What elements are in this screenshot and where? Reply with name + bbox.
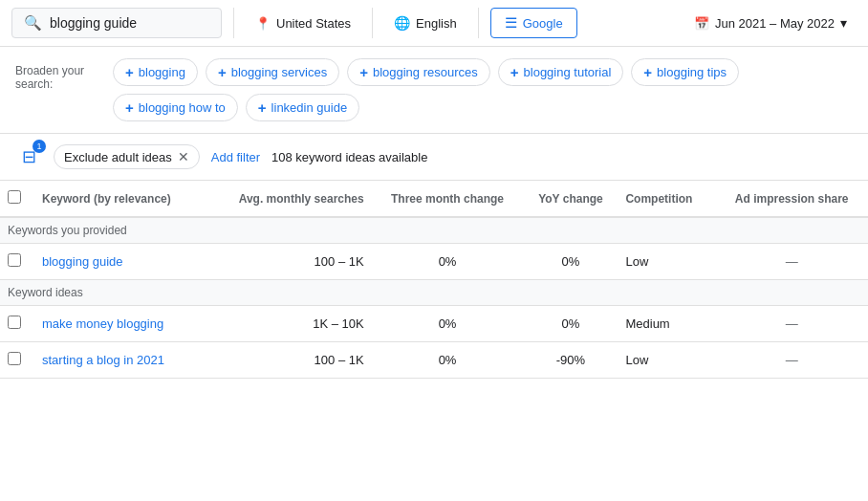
table-row: blogging guide 100 – 1K 0% 0% Low — bbox=[0, 244, 868, 280]
table-row: make money blogging 1K – 10K 0% 0% Mediu… bbox=[0, 306, 868, 342]
yoy-cell: -90% bbox=[523, 342, 618, 379]
add-filter-button[interactable]: Add filter bbox=[211, 150, 260, 164]
keyword-table: Keyword (by relevance) Avg. monthly sear… bbox=[0, 181, 868, 379]
select-all-header[interactable] bbox=[0, 181, 34, 217]
chip-blogging-how-to[interactable]: + blogging how to bbox=[113, 94, 238, 121]
calendar-icon: 📅 bbox=[694, 16, 709, 31]
location-button[interactable]: 📍 United States bbox=[246, 11, 360, 36]
competition-cell: Low bbox=[618, 244, 715, 280]
plus-icon: + bbox=[359, 64, 368, 80]
col-three-month[interactable]: Three month change bbox=[372, 181, 524, 217]
google-icon: ☰ bbox=[505, 14, 517, 32]
ad-impression-cell: — bbox=[715, 244, 868, 280]
monthly-cell: 1K – 10K bbox=[206, 306, 372, 342]
filter-icon-wrap: ⊟ 1 bbox=[15, 143, 42, 170]
chip-label: blogging tips bbox=[657, 65, 727, 79]
chip-blogging-services[interactable]: + blogging services bbox=[206, 58, 339, 86]
col-yoy[interactable]: YoY change bbox=[523, 181, 618, 217]
row-checkbox-cell[interactable] bbox=[0, 244, 34, 280]
divider2 bbox=[372, 8, 373, 38]
chevron-down-icon: ▾ bbox=[840, 15, 847, 31]
ad-impression-cell: — bbox=[715, 342, 868, 379]
chip-blogging-tips[interactable]: + blogging tips bbox=[631, 58, 739, 86]
keyword-name[interactable]: starting a blog in 2021 bbox=[42, 353, 164, 367]
section-provided-label: Keywords you provided bbox=[0, 217, 868, 244]
language-icon: 🌐 bbox=[394, 15, 410, 31]
google-button[interactable]: ☰ Google bbox=[490, 8, 577, 38]
keyword-cell: make money blogging bbox=[34, 306, 206, 342]
pin-icon: 📍 bbox=[255, 16, 271, 31]
filter-tag-label: Exclude adult ideas bbox=[64, 150, 172, 164]
keyword-cell: starting a blog in 2021 bbox=[34, 342, 206, 379]
chip-label: blogging bbox=[139, 65, 185, 79]
col-keyword[interactable]: Keyword (by relevance) bbox=[34, 181, 206, 217]
select-all-checkbox[interactable] bbox=[8, 190, 21, 204]
three-month-cell: 0% bbox=[372, 342, 524, 379]
keyword-name[interactable]: blogging guide bbox=[42, 254, 123, 269]
row-checkbox-cell[interactable] bbox=[0, 306, 34, 342]
competition-cell: Low bbox=[618, 342, 715, 379]
chip-blogging-resources[interactable]: + blogging resources bbox=[347, 58, 490, 86]
table-header-row: Keyword (by relevance) Avg. monthly sear… bbox=[0, 181, 868, 217]
broaden-row: Broaden your search: + blogging + bloggi… bbox=[0, 47, 868, 134]
google-label: Google bbox=[523, 16, 563, 31]
language-button[interactable]: 🌐 English bbox=[384, 10, 467, 36]
chip-label: blogging how to bbox=[139, 100, 226, 115]
monthly-cell: 100 – 1K bbox=[206, 244, 372, 280]
row-checkbox[interactable] bbox=[8, 352, 21, 365]
col-monthly[interactable]: Avg. monthly searches bbox=[206, 181, 372, 217]
section-ideas-label: Keyword ideas bbox=[0, 280, 868, 306]
plus-icon: + bbox=[643, 64, 652, 80]
language-label: English bbox=[416, 16, 457, 31]
divider bbox=[233, 8, 234, 38]
chip-label: blogging resources bbox=[373, 65, 478, 79]
chips-container: + blogging + blogging services + bloggin… bbox=[113, 58, 853, 121]
section-provided-row: Keywords you provided bbox=[0, 217, 868, 244]
divider3 bbox=[478, 8, 479, 38]
plus-icon: + bbox=[510, 64, 519, 80]
competition-cell: Medium bbox=[618, 306, 715, 342]
date-range-button[interactable]: 📅 Jun 2021 – May 2022 ▾ bbox=[684, 10, 857, 36]
yoy-cell: 0% bbox=[523, 306, 618, 342]
chip-blogging[interactable]: + blogging bbox=[113, 58, 198, 86]
chip-label: linkedin guide bbox=[271, 100, 348, 115]
col-ad-impression[interactable]: Ad impression share bbox=[715, 181, 868, 217]
close-icon[interactable]: ✕ bbox=[178, 149, 189, 164]
chip-label: blogging services bbox=[231, 65, 327, 79]
chip-blogging-tutorial[interactable]: + blogging tutorial bbox=[498, 58, 624, 86]
section-ideas-row: Keyword ideas bbox=[0, 280, 868, 306]
location-label: United States bbox=[276, 16, 351, 31]
monthly-cell: 100 – 1K bbox=[206, 342, 372, 379]
chip-linkedin-guide[interactable]: + linkedin guide bbox=[246, 94, 359, 121]
search-box[interactable]: 🔍 blogging guide bbox=[11, 8, 222, 38]
top-bar: 🔍 blogging guide 📍 United States 🌐 Engli… bbox=[0, 0, 868, 47]
filter-badge: 1 bbox=[33, 140, 46, 153]
date-range-label: Jun 2021 – May 2022 bbox=[715, 16, 835, 31]
plus-icon: + bbox=[125, 64, 134, 80]
table-row: starting a blog in 2021 100 – 1K 0% -90%… bbox=[0, 342, 868, 379]
row-checkbox[interactable] bbox=[8, 316, 21, 329]
chip-label: blogging tutorial bbox=[524, 65, 612, 79]
plus-icon: + bbox=[258, 99, 267, 116]
plus-icon: + bbox=[218, 64, 227, 80]
ad-impression-cell: — bbox=[715, 306, 868, 342]
search-icon: 🔍 bbox=[24, 14, 42, 32]
three-month-cell: 0% bbox=[372, 244, 524, 280]
keyword-name[interactable]: make money blogging bbox=[42, 316, 163, 331]
row-checkbox-cell[interactable] bbox=[0, 342, 34, 379]
broaden-label: Broaden your search: bbox=[15, 58, 101, 91]
plus-icon: + bbox=[125, 99, 134, 116]
three-month-cell: 0% bbox=[372, 306, 524, 342]
yoy-cell: 0% bbox=[523, 244, 618, 280]
search-input-value: blogging guide bbox=[50, 15, 137, 31]
keyword-count: 108 keyword ideas available bbox=[271, 150, 427, 164]
col-competition[interactable]: Competition bbox=[618, 181, 715, 217]
filter-bar: ⊟ 1 Exclude adult ideas ✕ Add filter 108… bbox=[0, 134, 868, 181]
filter-tag-exclude-adult[interactable]: Exclude adult ideas ✕ bbox=[54, 144, 200, 169]
row-checkbox[interactable] bbox=[8, 253, 21, 267]
keyword-cell: blogging guide bbox=[34, 244, 206, 280]
keyword-table-wrap: Keyword (by relevance) Avg. monthly sear… bbox=[0, 181, 868, 379]
